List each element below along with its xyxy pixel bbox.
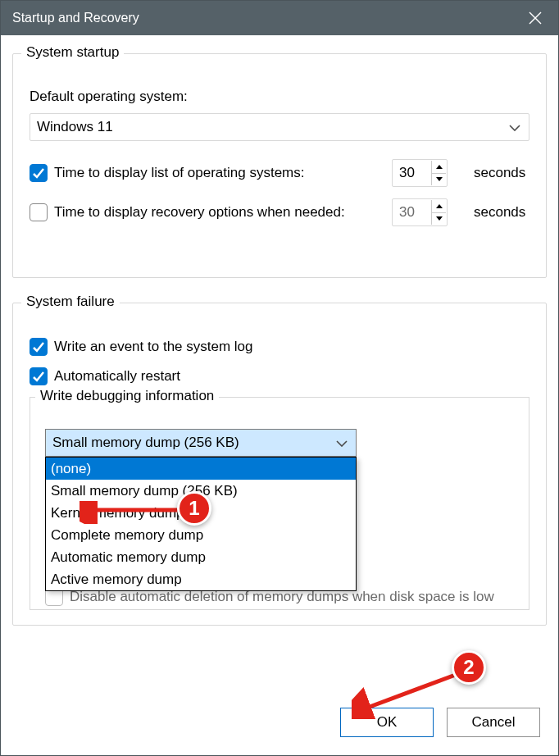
content-area: System startup Default operating system:… [1,35,558,626]
write-event-checkbox[interactable] [30,338,48,356]
disable-auto-delete-label: Disable automatic deletion of memory dum… [70,589,494,605]
close-button[interactable] [517,1,553,35]
auto-restart-checkbox[interactable] [30,367,48,385]
write-event-label: Write an event to the system log [54,339,253,355]
spin-down-icon[interactable] [432,173,446,186]
dialog-footer: OK Cancel [340,708,540,737]
ok-button[interactable]: OK [340,708,434,737]
dropdown-item-complete[interactable]: Complete memory dump [46,524,356,546]
svg-marker-5 [436,216,443,221]
system-startup-legend: System startup [21,44,124,61]
chevron-down-icon [509,119,520,135]
time-recovery-checkbox[interactable] [30,203,48,221]
system-startup-group: System startup Default operating system:… [12,53,547,278]
default-os-label: Default operating system: [30,89,529,105]
dropdown-item-active[interactable]: Active memory dump [46,568,356,590]
auto-restart-label: Automatically restart [54,368,180,385]
window-title: Startup and Recovery [12,11,517,25]
seconds-label-1: seconds [474,165,529,181]
svg-marker-2 [436,165,443,169]
time-os-spinner[interactable]: 30 [392,159,448,187]
debug-info-combo[interactable]: Small memory dump (256 KB) [45,429,357,457]
system-failure-group: System failure Write an event to the sys… [12,303,547,626]
time-os-label: Time to display list of operating system… [54,165,305,181]
svg-marker-4 [436,204,443,208]
svg-line-9 [363,673,460,709]
dropdown-item-automatic[interactable]: Automatic memory dump [46,546,356,568]
time-os-checkbox[interactable] [30,164,48,182]
default-os-value: Windows 11 [37,119,113,135]
close-icon [529,11,542,25]
time-recovery-value: 30 [399,204,415,221]
time-recovery-spinner: 30 [392,198,448,226]
annotation-marker-1: 1 [177,491,211,526]
cancel-button[interactable]: Cancel [447,708,540,737]
spin-up-icon [432,200,446,212]
titlebar[interactable]: Startup and Recovery [1,1,558,35]
annotation-marker-2: 2 [452,650,486,685]
spin-down-icon [432,212,446,225]
system-failure-legend: System failure [21,294,120,310]
spin-up-icon[interactable] [432,161,446,173]
debug-info-selected: Small memory dump (256 KB) [52,435,239,451]
default-os-select[interactable]: Windows 11 [30,113,529,141]
svg-marker-3 [436,177,443,181]
dropdown-item-none[interactable]: (none) [46,458,356,480]
seconds-label-2: seconds [474,204,529,221]
debug-info-legend: Write debugging information [35,388,219,404]
spinner-arrows[interactable] [431,161,446,185]
time-recovery-label: Time to display recovery options when ne… [54,204,345,221]
debug-info-group: Write debugging information Small memory… [30,397,529,610]
startup-recovery-window: Startup and Recovery System startup Defa… [0,0,559,756]
chevron-down-icon [336,435,348,451]
time-os-value: 30 [399,165,415,181]
spinner-arrows-disabled [431,200,446,225]
